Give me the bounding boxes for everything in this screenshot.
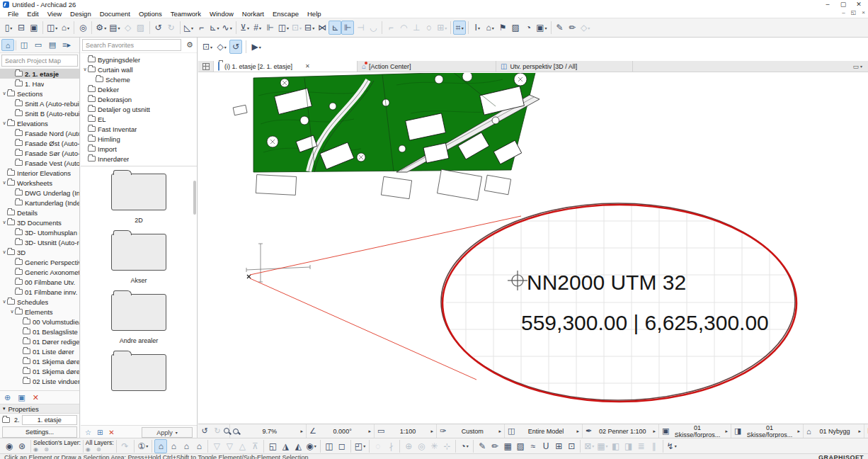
zoom-back-icon[interactable]: ↺ — [198, 426, 211, 436]
marquee-coordinates-button[interactable]: ⌗▾ — [453, 21, 466, 35]
favorites-settings-gear-icon[interactable]: ⚙ — [183, 39, 197, 51]
spline-button[interactable]: ∿▾ — [221, 21, 234, 35]
zoom-level-control[interactable]: 9.7% ▸ — [229, 424, 306, 438]
send-backward-button[interactable]: ▽ — [223, 439, 236, 453]
paint-button[interactable]: ✎ — [476, 439, 489, 453]
favorites-tree-item[interactable]: Import — [81, 144, 197, 154]
view-settings-icon[interactable]: ▣ — [18, 393, 25, 402]
door-left-button[interactable]: ◧ — [610, 439, 622, 453]
layers-dialog-button[interactable]: ◉▾ — [304, 439, 318, 453]
layer-combination-control[interactable]: ✑ Custom ▸ — [436, 424, 504, 438]
collapse-icon[interactable]: ∨ — [1, 299, 7, 305]
fillet-button[interactable]: ◡ — [367, 21, 379, 35]
item-name-field[interactable]: 1. etasje — [22, 415, 77, 425]
profile-manager-button[interactable]: I▾ — [471, 21, 484, 35]
new-folder-icon[interactable]: ⊞ — [97, 429, 103, 436]
lock-button[interactable]: ⊡▾ — [290, 21, 303, 35]
project-tree-item[interactable]: Fasade Vest (Auto-r — [0, 158, 79, 168]
gravity-button[interactable]: ⊻▾ — [239, 21, 251, 35]
minimize-button[interactable]: – — [820, 0, 835, 8]
project-tree-item[interactable]: Kartunderlag (Inde — [0, 198, 79, 208]
mirror-button[interactable]: ⊥ — [410, 21, 423, 35]
align-button[interactable]: ⊞▾ — [435, 21, 448, 35]
quick-lock-button[interactable]: ⊛ — [16, 439, 28, 453]
apply-button[interactable]: Apply ▾ — [142, 427, 193, 438]
project-tree-item[interactable]: 2. 1. etasje — [0, 69, 79, 79]
menu-design[interactable]: Design — [66, 10, 96, 18]
stamp-button[interactable]: ⊡ — [565, 439, 578, 453]
element-options-button[interactable]: ◰▾ — [353, 439, 367, 453]
trim-button[interactable]: ⊾ — [329, 21, 341, 35]
doc-restore-button[interactable]: ◱ — [851, 9, 857, 16]
pick-up-parameters-button[interactable]: ✎ — [554, 21, 566, 35]
project-tree-item[interactable]: ∨Elevations — [0, 118, 79, 128]
favorites-tree-item[interactable]: Fast Inventar — [81, 124, 197, 134]
element-info-button[interactable]: ①▾ — [137, 439, 150, 453]
favorites-tree-item[interactable]: Innerdører — [81, 154, 197, 164]
bring-forward-button[interactable]: △ — [236, 439, 249, 453]
figure-button[interactable]: ▣▾ — [535, 21, 548, 35]
project-tree-item[interactable]: ∨Elements — [0, 307, 79, 317]
box-wire-button[interactable]: ◫ — [323, 439, 336, 453]
walkthrough-button[interactable]: ∤ — [384, 439, 397, 453]
project-tree-item[interactable]: 01 Dører redigeri — [0, 336, 79, 346]
tab-organizer-button[interactable] — [198, 61, 214, 72]
measure-button[interactable]: ⊟▾ — [303, 21, 316, 35]
favorites-scrollbar[interactable] — [193, 181, 196, 215]
arrow-tool-button[interactable]: ▶▾ — [250, 40, 263, 54]
favorites-tree-item[interactable]: Detaljer og utsnitt — [81, 104, 197, 114]
favorite-folder-thumbnail[interactable]: Andre arealer — [81, 294, 197, 344]
tab-1[interactable]: (i) 1. etasje [2. 1. etasje]✕ — [214, 61, 358, 72]
copy-options-button[interactable]: ◫▾ — [45, 21, 59, 35]
favorites-tree-item[interactable]: Dekorasjon — [81, 94, 197, 104]
model-view-options-control[interactable]: ▣ 01 Skisse/forpros... ▸ — [658, 424, 731, 438]
railing-button[interactable]: ∥ — [648, 439, 661, 453]
menu-norkart[interactable]: Norkart — [238, 10, 268, 18]
stretch-button[interactable]: ⋈ — [316, 21, 329, 35]
doc-minimize-button[interactable]: ‒ — [842, 9, 845, 16]
favorite-folder-thumbnail[interactable]: 2D — [81, 174, 197, 224]
flag-button[interactable]: ⚑ — [496, 21, 509, 35]
box-solid-button[interactable]: ◻ — [336, 439, 348, 453]
save-button[interactable]: ⊟ — [15, 21, 28, 35]
inject-parameters-button[interactable]: ✏ — [566, 21, 579, 35]
pen-set-control[interactable]: ✒ 02 Penner 1:100 ▸ — [582, 424, 658, 438]
project-tree-item[interactable]: Generic Perspective — [0, 257, 79, 267]
menu-window[interactable]: Window — [205, 10, 238, 18]
adjust-button[interactable]: ⊣ — [354, 21, 367, 35]
snap-grid-button[interactable]: #▾ — [251, 21, 264, 35]
doc-close-button[interactable]: × — [862, 9, 865, 16]
model-filter-control[interactable]: ◫ Entire Model ▸ — [504, 424, 582, 438]
u-profile-button[interactable]: U — [539, 439, 552, 453]
renovation-filter-control[interactable]: ⌂ 01 Nybygg ▸ — [803, 424, 864, 438]
favorites-tree-item[interactable]: Bygningsdeler — [81, 55, 197, 64]
guide-segment-button[interactable]: ⊩ — [264, 21, 277, 35]
axonometry-button[interactable]: ◮ — [279, 439, 292, 453]
show-story-button[interactable]: ⌂ — [180, 439, 193, 453]
stairs-button[interactable]: ≣ — [635, 439, 648, 453]
project-tree-item[interactable]: 01 Beslagsliste dø — [0, 327, 79, 336]
quick-show-button[interactable]: ◉ — [3, 439, 16, 453]
view-map-icon[interactable]: ◫ — [18, 39, 30, 51]
favorite-folder-thumbnail[interactable] — [81, 354, 197, 391]
menu-enscape[interactable]: Enscape — [268, 10, 303, 18]
table-button[interactable]: ▦▾ — [595, 439, 609, 453]
dimension-style-control[interactable]: ⊦ Standard ▸ — [864, 424, 868, 438]
project-tree-item[interactable]: Fasade Øst (Auto-re — [0, 138, 79, 148]
project-tree-item[interactable]: ∨3D Documents — [0, 217, 79, 227]
menu-help[interactable]: Help — [303, 10, 326, 18]
undo-button[interactable]: ↺ — [152, 21, 165, 35]
all-layers-toggle-icons[interactable]: ◉ ⊛ — [86, 446, 114, 453]
project-tree-item[interactable]: Fasade Nord (Auto- — [0, 128, 79, 138]
rotate-view-button[interactable]: ↺ — [229, 40, 242, 54]
library-manager-button[interactable]: ▤▾ — [108, 21, 121, 35]
roof-level-button[interactable]: ⌂▾ — [484, 21, 496, 35]
search-favorites-input[interactable]: Search Favorites — [82, 39, 181, 51]
favorites-tree-item[interactable]: ∨Curtain wall — [81, 64, 197, 74]
project-tree-item[interactable]: ∨3D — [0, 247, 79, 257]
snap-reference-button[interactable]: ⊾▾ — [208, 21, 221, 35]
properties-header[interactable]: ▾ Properties — [0, 404, 79, 414]
collapse-icon[interactable]: ∨ — [9, 309, 15, 314]
layout-book-icon[interactable]: ▭ — [32, 39, 45, 51]
project-tree-item[interactable]: 3D- Utsnitt (Auto-re — [0, 237, 79, 247]
